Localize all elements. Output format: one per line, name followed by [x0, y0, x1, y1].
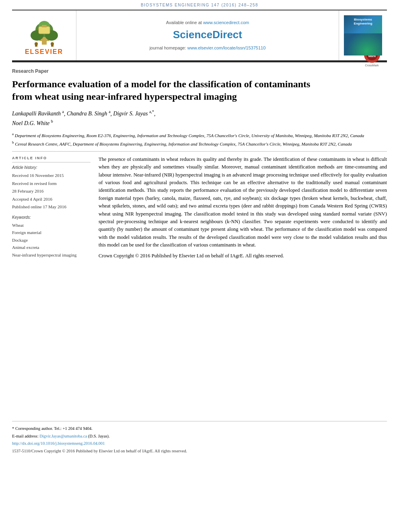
author-2: Chandra B. Singh a [67, 111, 111, 117]
blank-page-area [0, 260, 399, 413]
journal-header: ELSEVIER Available online at www.science… [12, 10, 387, 61]
authors-list: Lankapalli Ravikanth a, Chandra B. Singh… [12, 109, 387, 128]
footer-divider [12, 421, 387, 421]
article-title: Performance evaluation of a model for th… [12, 78, 326, 103]
journal-cover: Biosystems Engineering [344, 15, 382, 55]
affiliation-a: a Department of Biosystems Engineering, … [12, 131, 387, 139]
journal-reference: BIOSYSTEMS ENGINEERING 147 (2016) 248–25… [0, 0, 399, 10]
history-published: Published online 17 May 2016 [12, 203, 90, 210]
author-4: Noel D.G. White b [12, 120, 53, 126]
affil-a-sup: a [12, 132, 14, 136]
history-revised-label: Received in revised form [12, 180, 90, 187]
affil-a-text: Department of Biosystems Engineering, Ro… [15, 133, 364, 138]
journal-homepage: journal homepage: www.elsevier.com/locat… [150, 45, 266, 51]
author-1-sup: a [62, 110, 64, 114]
elsevier-logo-area: ELSEVIER [12, 10, 76, 60]
svg-point-8 [35, 42, 38, 45]
svg-rect-10 [35, 45, 37, 47]
affiliation-b: b Cereal Research Centre, AAFC, Departme… [12, 140, 387, 147]
sciencedirect-info: Available online at www.sciencedirect.co… [76, 10, 339, 60]
sciencedirect-logo: ScienceDirect [173, 27, 242, 42]
keyword-foreign-material: Foreign material [12, 229, 90, 236]
email-line: E-mail address: Digvir.Jayas@umanitoba.c… [12, 433, 387, 440]
history-revised-date: 28 February 2016 [12, 188, 90, 195]
svg-rect-6 [39, 27, 50, 34]
author-4-sup: b [51, 119, 53, 124]
article-type-label: Research Paper [12, 68, 387, 75]
history-accepted: Accepted 4 April 2016 [12, 196, 90, 203]
article-content: Research Paper Cross Mark CrossMark Perf… [12, 62, 387, 260]
author-1: Lankapalli Ravikanth a [12, 111, 64, 117]
section-divider-1 [12, 151, 387, 152]
journal-homepage-url[interactable]: www.elsevier.com/locate/issn/15375110 [187, 45, 265, 50]
author-3-sup: a,* [149, 110, 154, 114]
journal-cover-area: Biosystems Engineering [339, 10, 387, 60]
article-history-heading: Article history: [12, 164, 90, 170]
abstract-paragraph-2: Crown Copyright © 2016 Published by Else… [99, 252, 387, 260]
svg-rect-11 [51, 45, 53, 47]
issn-line: 1537-5110/Crown Copyright © 2016 Publish… [12, 448, 387, 455]
svg-rect-1 [39, 39, 49, 41]
svg-rect-7 [42, 25, 47, 27]
abstract-paragraph-1: The presence of contaminants in wheat re… [99, 156, 387, 249]
article-info-heading: ARTICLE INFO [12, 156, 90, 163]
keywords-heading: Keywords: [12, 214, 90, 220]
elsevier-label: ELSEVIER [25, 47, 63, 56]
author-2-sup: a [109, 110, 110, 114]
article-info-column: ARTICLE INFO Article history: Received 1… [12, 156, 90, 260]
keyword-wheat: Wheat [12, 222, 90, 229]
keyword-animal-excreta: Animal excreta [12, 244, 90, 251]
journal-cover-image [344, 33, 382, 55]
corresponding-author-note: * Corresponding author. Tel.: +1 204 474… [12, 425, 387, 432]
abstract-column: The presence of contaminants in wheat re… [99, 156, 387, 260]
history-received: Received 16 November 2015 [12, 172, 90, 179]
sciencedirect-url[interactable]: www.sciencedirect.com [203, 20, 249, 25]
doi-line: http://dx.doi.org/10.1016/j.biosystemsen… [12, 440, 387, 447]
affiliations: a Department of Biosystems Engineering, … [12, 131, 387, 147]
svg-point-9 [51, 42, 54, 45]
two-column-section: ARTICLE INFO Article history: Received 1… [12, 156, 387, 260]
email-label: E-mail address: [12, 434, 39, 438]
elsevier-logo: ELSEVIER [24, 14, 64, 56]
keyword-dockage: Dockage [12, 237, 90, 244]
crossmark-label: CrossMark [365, 64, 379, 68]
affil-b-text: Cereal Research Centre, AAFC, Department… [15, 141, 352, 146]
elsevier-tree-icon [24, 14, 64, 47]
footnotes-section: * Corresponding author. Tel.: +1 204 474… [12, 425, 387, 455]
available-text: Available online at www.sciencedirect.co… [166, 20, 249, 26]
email-link[interactable]: Digvir.Jayas@umanitoba.ca [39, 434, 87, 438]
author-3: Digvir S. Jayas a,* [113, 111, 154, 117]
email-suffix: (D.S. Jayas). [88, 434, 110, 438]
journal-cover-title: Biosystems Engineering [346, 18, 380, 25]
keyword-nir-imaging: Near-infrared hyperspectral imaging [12, 252, 90, 259]
affil-b-sup: b [12, 140, 14, 144]
